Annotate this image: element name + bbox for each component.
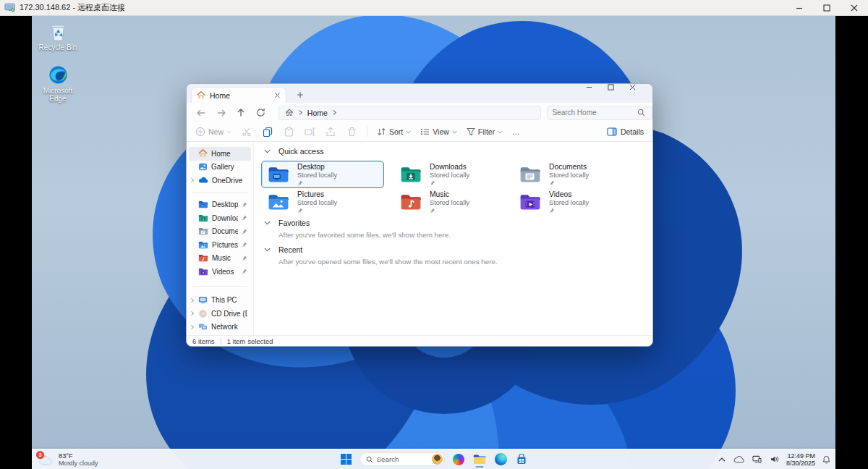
chevron-right-icon [298, 109, 303, 116]
sidebar-item-cd-drive[interactable]: CD Drive (D:) CC [189, 307, 251, 321]
sidebar-item-this-pc[interactable]: This PC [189, 294, 251, 308]
more-button[interactable]: … [512, 127, 520, 136]
sidebar-item-network[interactable]: Network [189, 321, 251, 334]
breadcrumb-home-icon [285, 109, 294, 117]
rdp-minimize-button[interactable] [786, 0, 813, 15]
cut-button[interactable] [241, 126, 252, 138]
search-icon [366, 456, 373, 463]
tile-subtitle: Stored locally [430, 172, 469, 179]
weather-widget[interactable]: 3 83°F Mostly cloudy [38, 451, 98, 468]
rdp-titlebar: 172.30.148.62 - 远程桌面连接 [0, 0, 868, 16]
taskbar-search-input[interactable] [377, 455, 425, 463]
sidebar-item-label: Gallery [211, 163, 234, 171]
edge-button[interactable] [494, 449, 508, 469]
sort-button[interactable]: Sort [377, 127, 411, 136]
address-breadcrumb[interactable]: Home [278, 106, 542, 120]
rdp-icon [4, 3, 15, 12]
filter-icon [467, 127, 475, 136]
explorer-search[interactable] [547, 106, 652, 120]
pictures-folder-icon [198, 241, 208, 249]
weather-temp: 83°F [59, 452, 98, 460]
explorer-navrow: Home [187, 103, 652, 122]
sidebar-item-documents[interactable]: Documents [189, 225, 251, 239]
more-button-label: … [512, 127, 520, 136]
network-device-icon [752, 455, 762, 463]
tab-close-button[interactable] [274, 92, 281, 98]
tab-home[interactable]: Home [191, 87, 286, 103]
rdp-maximize-button[interactable] [813, 0, 841, 15]
tile-downloads[interactable]: Downloads Stored locally [393, 161, 516, 188]
explorer-minimize-button[interactable] [586, 84, 608, 103]
rename-button[interactable] [304, 126, 315, 138]
section-quick-access[interactable]: Quick access [264, 147, 323, 156]
view-button[interactable]: View [420, 127, 457, 136]
microsoft-store-button[interactable] [515, 449, 528, 469]
notification-center-button[interactable] [822, 449, 831, 469]
sort-icon [377, 127, 386, 136]
start-button[interactable] [340, 449, 352, 469]
sidebar-item-videos[interactable]: Videos [189, 265, 251, 279]
tile-documents[interactable]: Documents Stored locally [513, 161, 636, 188]
forward-button[interactable] [216, 107, 227, 119]
explorer-close-button[interactable] [629, 84, 651, 103]
sidebar-item-home[interactable]: Home [189, 147, 251, 161]
refresh-button[interactable] [255, 107, 267, 119]
tile-music[interactable]: Music Stored locally [393, 188, 516, 216]
pin-icon [430, 180, 435, 186]
sidebar-item-pictures[interactable]: Pictures [189, 238, 251, 252]
new-button[interactable]: New [195, 127, 231, 137]
delete-button[interactable] [346, 126, 357, 138]
paste-button[interactable] [283, 126, 294, 138]
status-divider [221, 337, 221, 345]
videos-folder-icon [519, 193, 541, 211]
sidebar-item-label: Home [211, 150, 231, 158]
search-icon [637, 109, 645, 117]
explorer-maximize-button[interactable] [608, 84, 629, 103]
explorer-search-input[interactable] [552, 109, 637, 117]
sidebar-item-label: Desktop [212, 200, 238, 208]
sidebar-item-downloads[interactable]: Downloads [189, 211, 251, 225]
explorer-tabstrip: Home [187, 84, 652, 103]
taskbar: 3 83°F Mostly cloudy [32, 449, 835, 469]
tile-pictures[interactable]: Pictures Stored locally [261, 188, 384, 216]
section-favorites[interactable]: Favorites [264, 219, 310, 227]
tile-subtitle: Stored locally [549, 199, 589, 207]
tile-name: Videos [549, 190, 589, 198]
sidebar-item-gallery[interactable]: Gallery [189, 161, 251, 174]
copilot-button[interactable] [452, 449, 465, 469]
desktop-icon-recycle-bin[interactable]: Recycle Bin [35, 22, 81, 51]
rdp-close-button[interactable] [841, 0, 868, 15]
up-button[interactable] [235, 107, 247, 119]
copy-button[interactable] [262, 126, 273, 138]
tile-subtitle: Stored locally [430, 199, 469, 207]
back-button[interactable] [195, 107, 207, 119]
weather-condition: Mostly cloudy [59, 460, 98, 467]
details-button[interactable]: Details [607, 127, 644, 136]
network-tray-button[interactable] [752, 449, 762, 469]
explorer-sidebar: Home Gallery OneDrive Desktop Downloads [187, 143, 254, 335]
breadcrumb-item-home[interactable]: Home [307, 109, 328, 117]
pictures-folder-icon [268, 193, 289, 211]
filter-button[interactable]: Filter [467, 127, 503, 136]
volume-tray-button[interactable] [769, 449, 780, 469]
onedrive-tray-button[interactable] [733, 449, 745, 469]
desktop-icon-microsoft-edge[interactable]: Microsoft Edge [35, 65, 81, 103]
explorer-statusbar: 6 items 1 item selected [187, 335, 652, 346]
tray-overflow-button[interactable] [718, 449, 726, 469]
taskbar-search[interactable] [359, 452, 445, 466]
section-recent[interactable]: Recent [264, 245, 302, 254]
sidebar-item-onedrive[interactable]: OneDrive [189, 174, 251, 187]
pin-icon [242, 202, 247, 208]
network-icon [198, 323, 208, 331]
new-tab-button[interactable] [294, 88, 307, 101]
view-button-label: View [433, 127, 449, 136]
share-button[interactable] [325, 126, 336, 138]
sidebar-item-desktop[interactable]: Desktop [189, 198, 251, 212]
tile-desktop[interactable]: Desktop Stored locally [261, 161, 384, 188]
sidebar-item-music[interactable]: Music [189, 252, 251, 266]
tile-videos[interactable]: Videos Stored locally [513, 188, 636, 216]
file-explorer-button[interactable] [472, 449, 487, 469]
file-explorer-window: Home Home [186, 83, 653, 347]
taskbar-clock[interactable]: 12:49 PM 8/30/2025 [786, 452, 815, 467]
tile-name: Music [430, 190, 469, 198]
